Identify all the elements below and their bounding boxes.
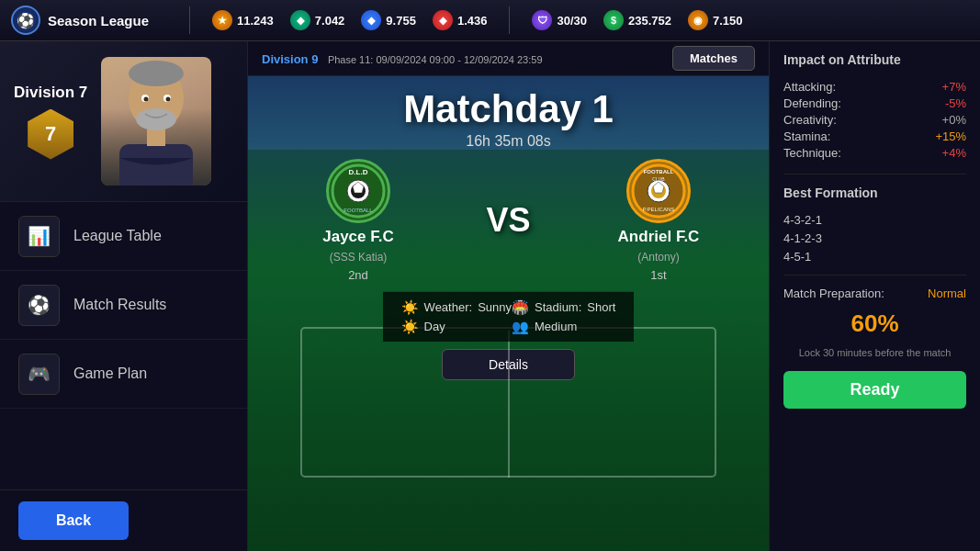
center-panel: Division 9 Phase 11: 09/09/2024 09:00 - …	[248, 41, 769, 551]
prep-row: Match Preparation: Normal	[783, 287, 966, 300]
match-results-icon: ⚽	[18, 285, 60, 326]
attr-creativity-label: Creativity:	[783, 113, 837, 127]
attr-attacking-value: +7%	[942, 80, 966, 94]
home-team-emblem: D.L.D FOOTBALL	[326, 159, 390, 223]
attr-technique-value: +4%	[942, 146, 966, 160]
weather-label: Weather:	[424, 300, 473, 314]
division-name-label: Division 9	[262, 52, 318, 66]
stadium-col: 🏟️ Stadium: Short 👥 Medium	[512, 299, 615, 335]
prep-percent: 60%	[783, 309, 966, 338]
gem-green-icon: ◆	[290, 10, 310, 30]
left-panel: Division 7 7	[0, 41, 248, 551]
game-plan-icon: 🎮	[18, 354, 60, 395]
division-number: 7	[45, 122, 56, 146]
attr-creativity: Creativity: +0%	[783, 113, 966, 127]
details-button[interactable]: Details	[442, 349, 575, 380]
cash-icon: $	[603, 10, 624, 30]
divider-2	[783, 275, 966, 276]
weather-col: ☀️ Weather: Sunny ☀️ Day	[401, 299, 512, 335]
attr-creativity-value: +0%	[942, 113, 966, 127]
back-button-wrap: Back	[0, 489, 247, 551]
weather-item: ☀️ Weather: Sunny	[401, 299, 512, 316]
home-team-name: Jayce F.C	[322, 228, 394, 246]
time-value: Day	[424, 320, 445, 333]
main-layout: Division 7 7	[0, 41, 980, 551]
away-team-rank: 1st	[650, 268, 666, 282]
gold-value: 11.243	[237, 14, 274, 28]
svg-point-6	[144, 97, 149, 102]
division-phase-wrap: Division 9 Phase 11: 09/09/2024 09:00 - …	[262, 51, 543, 67]
app-logo: ⚽ Season League	[11, 6, 149, 35]
time-item: ☀️ Day	[401, 319, 512, 335]
sidebar-item-game-plan[interactable]: 🎮 Game Plan	[0, 340, 247, 409]
top-bar: ⚽ Season League ★ 11.243 ◆ 7.042 ◆ 9.755…	[0, 0, 980, 41]
formation-title: Best Formation	[783, 186, 966, 200]
matches-button[interactable]: Matches	[672, 46, 755, 71]
sidebar-item-match-results[interactable]: ⚽ Match Results	[0, 271, 247, 340]
svg-point-8	[136, 108, 176, 130]
coach-svg	[101, 57, 211, 186]
prep-label: Match Preparation:	[783, 287, 884, 300]
gem-blue-icon: ◆	[361, 10, 381, 30]
right-panel: Impact on Attribute Attacking: +7% Defen…	[769, 41, 980, 551]
crowd-value: Medium	[535, 320, 577, 333]
formation-list: 4-3-2-1 4-1-2-3 4-5-1	[783, 213, 966, 264]
gold-icon: ★	[212, 10, 232, 30]
impact-title: Impact on Attribute	[783, 52, 966, 67]
prep-value: Normal	[928, 287, 966, 300]
attr-technique-label: Technique:	[783, 146, 841, 160]
attr-stamina-value: +15%	[935, 129, 966, 143]
back-button[interactable]: Back	[18, 501, 129, 540]
away-team-emblem: FOOTBALL CLUB P.PELICANS	[626, 159, 691, 223]
coin-value: 7.150	[713, 14, 743, 28]
svg-text:D.L.D: D.L.D	[349, 168, 368, 176]
division-number-badge: 7	[28, 109, 73, 160]
gem-green-value: 7.042	[315, 14, 345, 28]
svg-text:FOOTBALL: FOOTBALL	[344, 208, 373, 213]
attr-stamina-label: Stamina:	[783, 129, 830, 143]
attr-attacking: Attacking: +7%	[783, 80, 966, 94]
division-card: Division 7 7	[0, 41, 247, 202]
crowd-icon: 👥	[512, 319, 529, 335]
stadium-label: Stadium:	[535, 300, 581, 314]
coin-icon: ◉	[688, 10, 708, 30]
match-results-label: Match Results	[73, 297, 166, 313]
vs-label: VS	[486, 201, 530, 240]
attr-defending: Defending: -5%	[783, 96, 966, 110]
cash-value: 235.752	[628, 14, 671, 28]
logo-icon: ⚽	[11, 6, 40, 35]
divider-1	[783, 174, 966, 174]
attr-attacking-label: Attacking:	[783, 80, 836, 94]
currency-gold: ★ 11.243	[212, 10, 274, 30]
time-icon: ☀️	[401, 319, 419, 335]
away-team-name: Andriel F.C	[618, 228, 700, 246]
home-team-rank: 2nd	[348, 268, 368, 282]
currency-coin: ◉ 7.150	[688, 10, 743, 30]
away-emblem-svg: FOOTBALL CLUB P.PELICANS	[629, 162, 688, 220]
currency-shield: 🛡 30/30	[532, 10, 587, 30]
league-table-label: League Table	[73, 228, 162, 244]
home-emblem-svg: D.L.D FOOTBALL	[329, 162, 388, 220]
currency-gem-green: ◆ 7.042	[290, 10, 345, 30]
formation-1: 4-1-2-3	[783, 231, 966, 245]
gem-red-icon: ◆	[433, 10, 453, 30]
svg-text:CLUB: CLUB	[652, 176, 665, 182]
phase-dates: Phase 11: 09/09/2024 09:00 - 12/09/2024 …	[328, 54, 543, 65]
sep1	[189, 6, 190, 34]
weather-value: Sunny	[478, 300, 512, 314]
lock-text: Lock 30 minutes before the match	[783, 347, 966, 358]
division-badge: Division 7 7	[14, 84, 87, 160]
coach-image	[101, 57, 211, 186]
currency-cash: $ 235.752	[603, 10, 671, 30]
league-table-icon: 📊	[18, 216, 60, 257]
attribute-list: Attacking: +7% Defending: -5% Creativity…	[783, 80, 966, 163]
away-team-sub: (Antony)	[637, 251, 679, 264]
attr-defending-value: -5%	[945, 96, 966, 110]
crowd-item: 👥 Medium	[512, 319, 615, 335]
formation-2: 4-5-1	[783, 250, 966, 264]
sep2	[509, 6, 510, 34]
teams-row: D.L.D FOOTBALL Jayce F.C (SSS Katia) 2nd…	[248, 150, 769, 291]
shield-value: 30/30	[557, 14, 587, 28]
ready-button[interactable]: Ready	[783, 371, 966, 409]
sidebar-item-league-table[interactable]: 📊 League Table	[0, 202, 247, 271]
